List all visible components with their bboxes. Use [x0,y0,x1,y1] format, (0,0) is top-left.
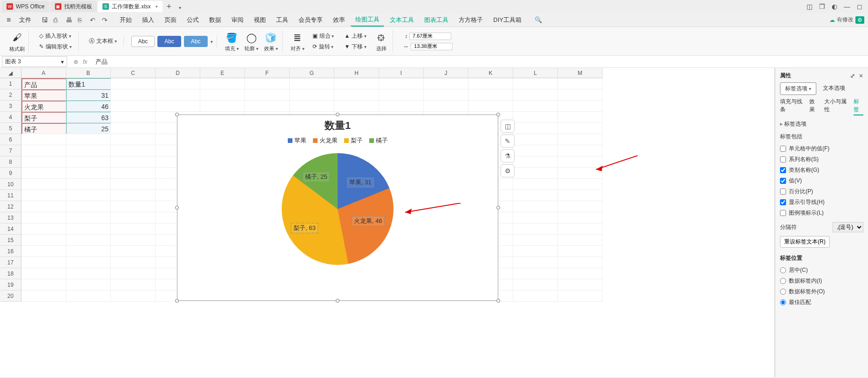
align-icon[interactable]: ≣ [290,30,305,45]
data-label[interactable]: 火龙果, 46 [352,216,385,226]
cell[interactable]: 橘子 [21,123,66,134]
menu-review[interactable]: 审阅 [227,14,248,26]
cell[interactable] [111,101,156,112]
row-header[interactable]: 15 [0,235,21,246]
cell[interactable] [245,89,290,101]
subtab-fill[interactable]: 填充与线条 [780,98,805,115]
row-header[interactable]: 11 [0,190,21,201]
cell[interactable] [424,101,468,112]
cell[interactable] [21,223,66,235]
cell[interactable] [424,78,468,89]
cell[interactable] [66,279,111,290]
cell[interactable] [21,279,66,290]
subtab-effect[interactable]: 效果 [809,98,819,115]
move-up-button[interactable]: ▲上移 [341,31,369,41]
cell[interactable] [66,268,111,279]
outline-icon[interactable]: ◯ [244,30,259,45]
cell[interactable] [513,212,558,223]
copy-icon[interactable]: ⎘ [78,16,85,24]
col-J[interactable]: J [424,68,468,78]
cell[interactable] [111,235,156,246]
cell[interactable] [111,201,156,212]
resize-handle[interactable] [175,113,179,116]
row-header[interactable]: 13 [0,212,21,223]
title-tab-workbook[interactable]: S 工作簿数量.xlsx • [98,1,163,12]
reset-label-button[interactable]: 重设标签文本(R) [780,236,830,248]
cell[interactable] [66,156,111,168]
chart-filters-button[interactable]: ⚗ [501,149,515,162]
zoom-icon[interactable]: ⊕ [74,59,78,65]
row-header[interactable]: 14 [0,223,21,235]
menu-page[interactable]: 页面 [160,14,181,26]
cell[interactable] [379,78,424,89]
subtab-label[interactable]: 标签 [854,98,863,115]
title-tab-wps[interactable]: W WPS Office [2,1,49,12]
opt-series-name[interactable]: 系列名称(S) [780,154,863,165]
row-header[interactable]: 17 [0,257,21,268]
cell[interactable] [558,268,603,279]
col-G[interactable]: G [290,68,334,78]
cell[interactable]: 产品 [21,78,66,89]
row-header[interactable]: 3 [0,101,21,112]
cell[interactable] [111,89,156,101]
row-header[interactable]: 16 [0,246,21,257]
cell[interactable] [334,78,379,89]
row-header[interactable]: 8 [0,156,21,168]
cell[interactable] [513,290,558,302]
col-F[interactable]: F [245,68,290,78]
text-box-button[interactable]: Ⓐ文本框 [86,36,120,46]
col-D[interactable]: D [156,68,200,78]
cell[interactable] [513,156,558,168]
row-header[interactable]: 20 [0,290,21,302]
col-C[interactable]: C [111,68,156,78]
opt-cell-value[interactable]: 单元格中的值(F) [780,143,863,154]
cell[interactable] [66,223,111,235]
pie-chart[interactable]: 苹果, 31 火龙果, 46 梨子, 63 橘子, 25 [282,153,393,265]
cell[interactable] [513,123,558,134]
cell[interactable]: 苹果 [21,89,66,101]
rotate-button[interactable]: ⟳旋转 [310,42,337,52]
fill-icon[interactable]: 🪣 [224,30,239,45]
cell[interactable] [21,190,66,201]
row-header[interactable]: 6 [0,134,21,145]
col-E[interactable]: E [200,68,245,78]
cell[interactable] [513,134,558,145]
cell[interactable] [66,179,111,190]
cell[interactable] [111,212,156,223]
cell[interactable] [558,89,603,101]
pos-inside[interactable]: 数据标签内(I) [780,276,863,286]
col-B[interactable]: B [66,68,111,78]
cell[interactable] [468,89,513,101]
cell[interactable] [513,257,558,268]
cell[interactable] [513,179,558,190]
cell[interactable] [290,89,334,101]
chart-settings-button[interactable]: ⚙ [501,164,515,177]
search-icon[interactable]: 🔍 [530,14,547,25]
cell[interactable] [513,201,558,212]
cell[interactable] [156,89,200,101]
cell[interactable] [558,235,603,246]
spreadsheet-area[interactable]: ◢ A B C D E F G H I J K L M 1产品数量12苹果313… [0,68,775,377]
select-icon[interactable]: ⯐ [374,30,389,45]
row-header[interactable]: 9 [0,168,21,179]
cell[interactable] [245,78,290,89]
cell[interactable] [513,223,558,235]
cell[interactable] [513,101,558,112]
style-more[interactable] [210,39,213,44]
cell[interactable] [111,290,156,302]
menu-draw-tools[interactable]: 绘图工具 [351,14,384,27]
effect-icon[interactable]: 🧊 [264,30,278,45]
chart-legend[interactable]: 苹果 火龙果 梨子 橘子 [177,136,498,145]
cell[interactable] [21,212,66,223]
cell[interactable] [111,168,156,179]
style-blue[interactable]: Abc [157,36,181,47]
cell[interactable]: 31 [66,89,111,101]
cell[interactable] [111,223,156,235]
cell[interactable] [66,145,111,156]
cell[interactable] [111,156,156,168]
cell[interactable] [513,112,558,123]
cell[interactable] [379,89,424,101]
pos-outside[interactable]: 数据标签外(O) [780,286,863,297]
cell[interactable] [513,279,558,290]
maximize-icon[interactable]: ◻ [857,3,862,10]
